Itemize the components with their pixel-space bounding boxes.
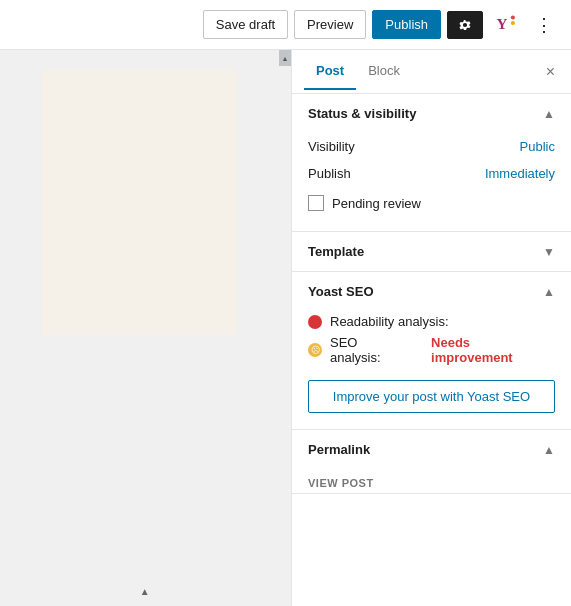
svg-point-2 <box>511 15 515 19</box>
seo-dot: ☹ <box>308 343 322 357</box>
publish-row: Publish Immediately <box>308 160 555 187</box>
visibility-value[interactable]: Public <box>520 139 555 154</box>
view-post-label[interactable]: VIEW POST <box>292 469 571 493</box>
scroll-up-button[interactable]: ▲ <box>279 50 291 66</box>
publish-label: Publish <box>308 166 351 181</box>
toolbar: Save draft Preview Publish Y ⋮ <box>0 0 571 50</box>
template-chevron: ▼ <box>543 245 555 259</box>
readability-label: Readability analysis: <box>330 314 449 329</box>
sidebar-tabs: Post Block × <box>292 50 571 94</box>
section-status-visibility: Status & visibility ▲ Visibility Public … <box>292 94 571 232</box>
section-permalink-header[interactable]: Permalink ▲ <box>292 430 571 469</box>
tab-block[interactable]: Block <box>356 53 412 90</box>
tab-post[interactable]: Post <box>304 53 356 90</box>
svg-point-3 <box>511 21 515 25</box>
visibility-label: Visibility <box>308 139 355 154</box>
svg-text:Y: Y <box>496 16 507 32</box>
yoast-chevron: ▲ <box>543 285 555 299</box>
preview-button[interactable]: Preview <box>294 10 366 39</box>
seo-value: Needs improvement <box>431 335 555 365</box>
permalink-chevron: ▲ <box>543 443 555 457</box>
permalink-title: Permalink <box>308 442 370 457</box>
section-status-chevron: ▲ <box>543 107 555 121</box>
seo-row: ☹ SEO analysis: Needs improvement <box>308 332 555 368</box>
main-layout: ▲ ▲ Post Block × Status & visibility ▲ <box>0 50 571 606</box>
visibility-row: Visibility Public <box>308 133 555 160</box>
save-draft-button[interactable]: Save draft <box>203 10 288 39</box>
publish-button[interactable]: Publish <box>372 10 441 39</box>
sidebar-panel: Post Block × Status & visibility ▲ Visib… <box>291 50 571 606</box>
readability-row: Readability analysis: <box>308 311 555 332</box>
section-permalink: Permalink ▲ VIEW POST <box>292 430 571 494</box>
yoast-button[interactable]: Y <box>489 8 523 41</box>
gear-icon <box>458 18 472 32</box>
editor-canvas <box>42 70 237 335</box>
section-yoast-header[interactable]: Yoast SEO ▲ <box>292 272 571 311</box>
pending-review-label: Pending review <box>332 196 421 211</box>
more-options-button[interactable]: ⋮ <box>529 10 559 40</box>
section-status-title: Status & visibility <box>308 106 416 121</box>
seo-label: SEO analysis: <box>330 335 411 365</box>
publish-value[interactable]: Immediately <box>485 166 555 181</box>
section-template: Template ▼ <box>292 232 571 272</box>
template-title: Template <box>308 244 364 259</box>
section-status-content: Visibility Public Publish Immediately Pe… <box>292 133 571 231</box>
yoast-content: Readability analysis: ☹ SEO analysis: Ne… <box>292 311 571 429</box>
section-template-header[interactable]: Template ▼ <box>292 232 571 271</box>
section-status-visibility-header[interactable]: Status & visibility ▲ <box>292 94 571 133</box>
editor-area: ▲ ▲ <box>0 50 291 606</box>
collapse-arrow[interactable]: ▲ <box>140 586 150 597</box>
pending-review-checkbox[interactable] <box>308 195 324 211</box>
improve-yoast-button[interactable]: Improve your post with Yoast SEO <box>308 380 555 413</box>
close-sidebar-button[interactable]: × <box>542 59 559 85</box>
settings-button[interactable] <box>447 11 483 39</box>
tab-group: Post Block <box>304 53 412 90</box>
yoast-title: Yoast SEO <box>308 284 374 299</box>
pending-review-row: Pending review <box>308 187 555 215</box>
yoast-logo: Y <box>495 12 517 37</box>
readability-dot <box>308 315 322 329</box>
section-yoast-seo: Yoast SEO ▲ Readability analysis: ☹ SEO … <box>292 272 571 430</box>
